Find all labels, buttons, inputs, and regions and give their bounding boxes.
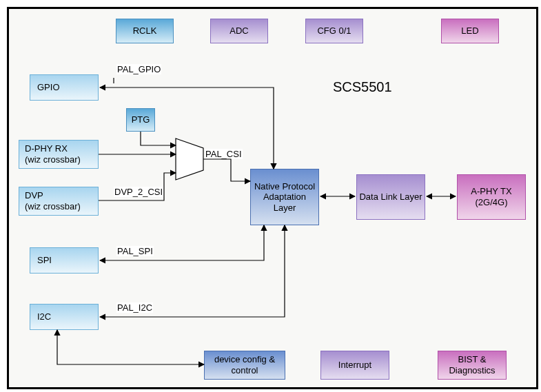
label-rclk: RCLK	[133, 25, 157, 37]
block-cfg: CFG 0/1	[305, 19, 363, 43]
block-npal: Native Protocol Adaptation Layer	[250, 169, 319, 225]
label-bist: BIST & Diagnostics	[440, 354, 504, 375]
block-diagram: RCLK ADC CFG 0/1 LED SCS5501 GPIO PTG D-…	[7, 7, 538, 389]
block-device-config: device config & control	[204, 351, 285, 380]
block-interrupt: Interrupt	[320, 351, 389, 380]
block-data-link-layer: Data Link Layer	[356, 174, 425, 220]
block-i2c: I2C	[30, 304, 99, 330]
block-dphy: D-PHY RX (wiz crossbar)	[19, 140, 99, 169]
block-dvp: DVP (wiz crossbar)	[19, 187, 99, 216]
label-dphy: D-PHY RX (wiz crossbar)	[25, 143, 81, 165]
label-pal-gpio: PAL_GPIO	[116, 64, 161, 74]
label-npal: Native Protocol Adaptation Layer	[252, 181, 317, 214]
block-aphy-tx: A-PHY TX (2G/4G)	[457, 174, 526, 220]
label-gpio: GPIO	[37, 82, 60, 93]
block-rclk: RCLK	[116, 19, 174, 43]
block-spi: SPI	[30, 247, 99, 274]
diagram-title: SCS5501	[333, 79, 392, 95]
label-dvp: DVP (wiz crossbar)	[25, 190, 81, 212]
block-adc: ADC	[210, 19, 268, 43]
label-dvp-2-csi: DVP_2_CSI	[114, 187, 163, 197]
label-pal-i2c: PAL_I2C	[116, 302, 153, 313]
label-spi: SPI	[37, 255, 52, 266]
label-devcfg: device config & control	[206, 354, 283, 375]
block-led: LED	[441, 19, 499, 43]
label-led: LED	[461, 25, 478, 37]
label-ptg: PTG	[132, 114, 150, 125]
label-aphy: A-PHY TX (2G/4G)	[459, 186, 524, 207]
label-interrupt: Interrupt	[338, 360, 371, 371]
label-dll: Data Link Layer	[359, 192, 422, 203]
label-pal-spi: PAL_SPI	[116, 246, 154, 256]
label-i2c: I2C	[37, 311, 51, 322]
block-gpio: GPIO	[30, 74, 99, 101]
block-ptg: PTG	[126, 108, 155, 132]
label-pal-csi: PAL_CSI	[205, 149, 243, 159]
label-adc: ADC	[229, 25, 248, 37]
block-bist: BIST & Diagnostics	[438, 351, 507, 380]
label-cfg: CFG 0/1	[317, 25, 351, 37]
